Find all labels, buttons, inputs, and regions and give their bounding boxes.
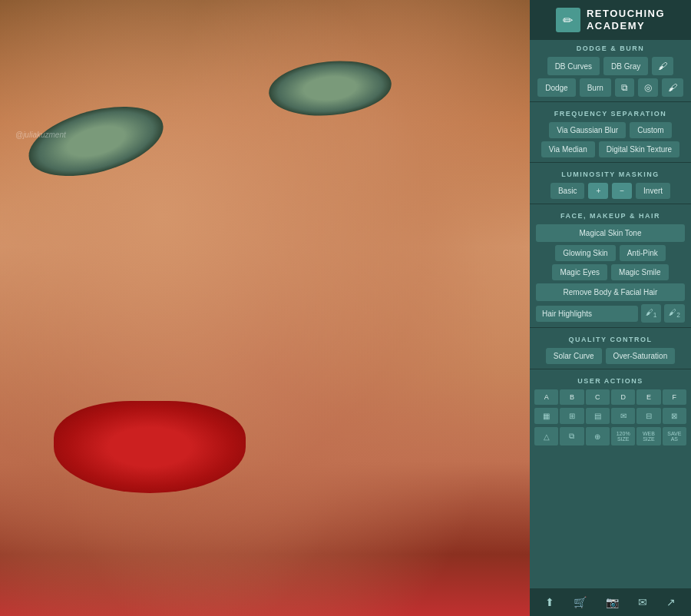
- lum-mask-row1: Basic + − Invert: [530, 181, 691, 200]
- section-label-dodge-burn: DODGE & BURN: [530, 40, 691, 55]
- freq-sep-row1: Via Gaussian Blur Custom: [530, 121, 691, 140]
- logo-text: RETOUCHING ACADEMY: [587, 8, 665, 31]
- face-row2: Glowing Skin Anti-Pink: [530, 243, 691, 263]
- user-actions-letter-grid: A B C D E F: [530, 388, 691, 406]
- watermark: @juliakuzment: [15, 131, 66, 139]
- bottom-icons-bar: ⬆ 🛒 📷 ✉ ↗: [530, 588, 691, 616]
- section-label-lum-mask: LUMINOSITY MASKING: [530, 166, 691, 181]
- user-actions-icon-row2: △ ⧉ ⊕ 120%SIZE WEBSIZE SAVEAS: [530, 426, 691, 447]
- minus-button[interactable]: −: [612, 183, 632, 199]
- logo-icon: ✏: [556, 8, 580, 32]
- section-label-face: FACE, MAKEUP & HAIR: [530, 207, 691, 223]
- web-size-button[interactable]: WEBSIZE: [636, 427, 660, 445]
- logo-line1: RETOUCHING: [587, 8, 665, 20]
- basic-button[interactable]: Basic: [550, 183, 584, 199]
- via-median-button[interactable]: Via Median: [541, 141, 595, 157]
- anti-pink-button[interactable]: Anti-Pink: [620, 245, 666, 261]
- eye-icon[interactable]: ◎: [638, 78, 658, 97]
- glowing-skin-button[interactable]: Glowing Skin: [555, 245, 615, 261]
- user-action-b[interactable]: B: [560, 389, 584, 405]
- cart-icon[interactable]: 🛒: [570, 593, 590, 611]
- divider-5: [530, 369, 691, 369]
- user-action-d[interactable]: D: [611, 389, 635, 405]
- divider-3: [530, 204, 691, 204]
- magic-smile-button[interactable]: Magic Smile: [611, 264, 668, 280]
- section-label-quality: QUALITY CONTROL: [530, 331, 691, 346]
- histogram-icon[interactable]: ▦: [534, 408, 558, 424]
- grid2-icon[interactable]: ⊟: [636, 408, 660, 424]
- size-120-button[interactable]: 120%SIZE: [611, 427, 635, 445]
- user-actions-icon-row1: ▦ ⊞ ▤ ✉ ⊟ ⊠: [530, 406, 691, 426]
- over-saturation-button[interactable]: Over-Saturation: [606, 348, 676, 364]
- remove-body-hair-button[interactable]: Remove Body & Facial Hair: [536, 283, 685, 301]
- user-action-f[interactable]: F: [663, 389, 686, 405]
- via-gaussian-button[interactable]: Via Gaussian Blur: [549, 122, 626, 138]
- freq-sep-row2: Via Median Digital Skin Texture: [530, 140, 691, 159]
- dodge-burn-row1: DB Curves DB Gray 🖌: [530, 55, 691, 77]
- instagram-icon[interactable]: 📷: [603, 593, 622, 611]
- section-label-user-actions: USER ACTIONS: [530, 373, 691, 388]
- divider-2: [530, 162, 691, 163]
- external-link-icon[interactable]: ↗: [663, 593, 679, 611]
- hair-brush1-icon[interactable]: 🖌1: [641, 304, 662, 323]
- save-as-button[interactable]: SAVEAS: [663, 427, 686, 445]
- divider-1: [530, 101, 691, 102]
- custom-button[interactable]: Custom: [630, 122, 671, 138]
- db-gray-button[interactable]: DB Gray: [603, 57, 648, 75]
- db-brush2-icon[interactable]: 🖌: [662, 78, 683, 97]
- main-image: @juliakuzment: [0, 0, 537, 616]
- grid3-icon[interactable]: ⊠: [663, 408, 686, 424]
- user-action-a[interactable]: A: [534, 389, 558, 405]
- layers-icon[interactable]: ⧉: [615, 78, 634, 97]
- plus-button[interactable]: +: [588, 183, 608, 199]
- plus-circle-icon[interactable]: ⊕: [586, 427, 610, 445]
- user-action-c[interactable]: C: [586, 389, 610, 405]
- columns-icon[interactable]: ▤: [586, 408, 610, 424]
- email-icon[interactable]: ✉: [635, 593, 650, 611]
- db-curves-button[interactable]: DB Curves: [547, 57, 600, 75]
- user-action-e[interactable]: E: [636, 389, 660, 405]
- dodge-burn-row2: Dodge Burn ⧉ ◎ 🖌: [530, 77, 691, 98]
- sidebar-header: ✏ RETOUCHING ACADEMY: [530, 0, 691, 40]
- invert-button[interactable]: Invert: [636, 183, 670, 199]
- logo-line2: ACADEMY: [587, 20, 665, 32]
- grid-icon[interactable]: ⊞: [560, 408, 584, 424]
- section-label-freq-sep: FREQUENCY SEPARATION: [530, 105, 691, 121]
- db-brush1-icon[interactable]: 🖌: [652, 57, 673, 75]
- layers2-icon[interactable]: ⧉: [560, 427, 584, 445]
- mail-icon[interactable]: ✉: [611, 408, 635, 424]
- digital-skin-button[interactable]: Digital Skin Texture: [599, 141, 679, 157]
- hair-highlights-row: Hair Highlights 🖌1 🖌2: [530, 303, 691, 324]
- magic-eyes-button[interactable]: Magic Eyes: [552, 264, 607, 280]
- hair-highlights-button[interactable]: Hair Highlights: [536, 306, 638, 322]
- sidebar-panel: ✏ RETOUCHING ACADEMY DODGE & BURN DB Cur…: [530, 0, 691, 616]
- solar-curve-button[interactable]: Solar Curve: [546, 348, 602, 364]
- triangle-icon[interactable]: △: [534, 427, 558, 445]
- lips: [54, 401, 246, 493]
- burn-button[interactable]: Burn: [580, 78, 611, 97]
- face-row3: Magic Eyes Magic Smile: [530, 263, 691, 282]
- quality-row1: Solar Curve Over-Saturation: [530, 346, 691, 366]
- divider-4: [530, 327, 691, 328]
- hair-brush2-icon[interactable]: 🖌2: [664, 304, 685, 323]
- upload-icon[interactable]: ⬆: [542, 593, 557, 611]
- dodge-button[interactable]: Dodge: [537, 78, 575, 97]
- magical-skin-tone-button[interactable]: Magical Skin Tone: [536, 224, 685, 242]
